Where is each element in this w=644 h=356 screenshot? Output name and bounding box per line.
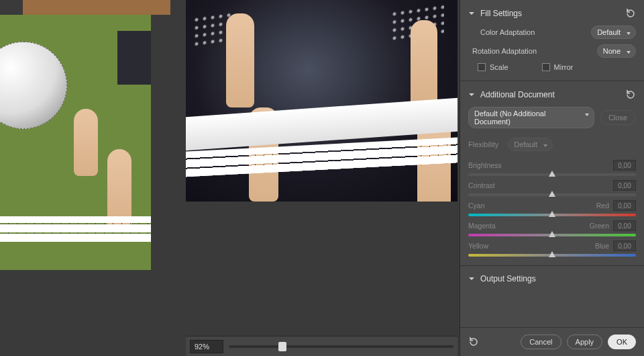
cancel-button[interactable]: Cancel — [521, 335, 561, 349]
slider-thumb — [549, 191, 555, 197]
additional-document-title: Additional Document — [480, 90, 620, 99]
slider-thumb — [549, 211, 555, 217]
reset-icon[interactable] — [625, 8, 636, 19]
green-label: Green — [590, 222, 609, 230]
rotation-adaptation-label: Rotation Adaptation — [472, 47, 537, 55]
output-settings-section: Output Settings — [460, 266, 644, 290]
yellow-blue-slider-block: Yellow Blue 0,00 — [468, 238, 636, 259]
slider-thumb — [549, 251, 555, 257]
color-adaptation-label: Color Adaptation — [480, 28, 535, 36]
chevron-down-icon — [584, 111, 590, 119]
close-button[interactable]: Close — [600, 110, 636, 125]
slider-thumb — [549, 171, 555, 177]
contrast-slider — [468, 193, 636, 196]
contrast-slider-block: Contrast 0,00 — [468, 178, 636, 198]
zoom-slider[interactable] — [229, 345, 453, 348]
output-settings-title: Output Settings — [480, 274, 636, 283]
mirror-checkbox[interactable]: Mirror — [542, 63, 574, 71]
reset-all-icon[interactable] — [468, 337, 479, 347]
brightness-label: Brightness — [468, 161, 502, 169]
additional-document-section: Additional Document Default (No Addition… — [460, 81, 644, 266]
magenta-green-slider — [468, 234, 636, 236]
canvas-area: 92% — [0, 0, 460, 356]
brightness-slider — [468, 173, 636, 176]
color-adaptation-dropdown[interactable]: Default — [591, 26, 636, 39]
zoom-value-field[interactable]: 92% — [190, 340, 223, 353]
chevron-down-icon[interactable] — [468, 275, 475, 282]
slider-thumb — [549, 231, 555, 237]
scale-checkbox[interactable]: Scale — [478, 63, 508, 71]
fill-settings-title: Fill Settings — [480, 9, 620, 18]
magenta-green-value[interactable]: 0,00 — [613, 220, 636, 231]
panel-footer: Cancel Apply OK — [460, 327, 644, 356]
cyan-label: Cyan — [468, 202, 485, 210]
brightness-slider-block: Brightness 0,00 — [468, 158, 636, 178]
chevron-down-icon[interactable] — [468, 91, 475, 98]
flexibility-dropdown: Default — [508, 138, 553, 151]
cyan-red-slider — [468, 214, 636, 216]
chevron-down-icon[interactable] — [468, 10, 475, 17]
preview-canvas[interactable] — [186, 0, 458, 202]
ok-button[interactable]: OK — [608, 335, 636, 349]
contrast-value[interactable]: 0,00 — [613, 180, 636, 191]
chevron-down-icon — [626, 30, 631, 38]
yellow-label: Yellow — [468, 242, 488, 250]
magenta-green-slider-block: Magenta Green 0,00 — [468, 218, 636, 238]
additional-document-dropdown[interactable]: Default (No Additional Document) — [468, 107, 594, 128]
flexibility-label: Flexibility — [468, 140, 498, 148]
scale-label: Scale — [490, 63, 508, 71]
rotation-adaptation-dropdown[interactable]: None — [597, 44, 636, 58]
yellow-blue-value[interactable]: 0,00 — [613, 240, 636, 251]
chevron-down-icon — [543, 142, 548, 150]
source-thumbnail[interactable] — [0, 15, 151, 270]
yellow-blue-slider — [468, 254, 636, 257]
settings-panel: Fill Settings Color Adaptation Default R… — [460, 0, 644, 356]
magenta-label: Magenta — [468, 222, 496, 230]
fill-settings-section: Fill Settings Color Adaptation Default R… — [460, 0, 644, 81]
contrast-label: Contrast — [468, 181, 495, 189]
document-tab[interactable] — [23, 0, 170, 15]
chevron-down-icon — [626, 48, 631, 56]
apply-button[interactable]: Apply — [567, 335, 603, 349]
blue-label: Blue — [595, 242, 609, 250]
red-label: Red — [596, 202, 609, 210]
reset-icon[interactable] — [625, 89, 636, 100]
zoom-slider-thumb[interactable] — [278, 342, 286, 351]
cyan-red-value[interactable]: 0,00 — [613, 200, 636, 211]
cyan-red-slider-block: Cyan Red 0,00 — [468, 198, 636, 218]
brightness-value[interactable]: 0,00 — [613, 160, 636, 171]
mirror-label: Mirror — [554, 63, 574, 71]
zoom-bar: 92% — [186, 336, 458, 356]
